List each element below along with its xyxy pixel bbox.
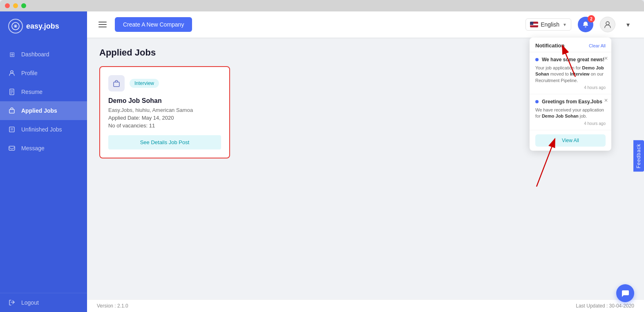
sidebar-item-label-profile: Profile	[21, 70, 38, 76]
message-icon	[8, 145, 16, 152]
footer-last-updated: Last Updated : 30-04-2020	[576, 303, 634, 309]
sidebar-item-dashboard[interactable]: ⊞ Dashboard	[0, 45, 87, 64]
notification-panel: Notification Clear All ✕ We have some gr…	[530, 38, 611, 151]
sidebar-item-label-message: Message	[21, 145, 45, 152]
sidebar: easy.jobs ⊞ Dashboard Profile	[0, 11, 87, 312]
logo-icon	[8, 19, 23, 33]
job-title: Demo Job Sohan	[108, 97, 221, 105]
notification-dot-1	[535, 58, 539, 61]
feedback-button[interactable]: Feedback	[633, 140, 644, 172]
profile-icon	[8, 69, 16, 77]
notification-time-1: 4 hours ago	[535, 85, 606, 90]
notification-title-1: We have some great news!	[542, 56, 604, 63]
sidebar-item-message[interactable]: Message	[0, 139, 87, 158]
logo: easy.jobs	[0, 11, 87, 41]
view-all-button[interactable]: View All	[535, 134, 606, 147]
notification-title-2: Greetings from Easy.Jobs	[542, 98, 602, 105]
header-arrow: ▾	[622, 18, 634, 31]
resume-icon	[8, 88, 16, 96]
notification-close-2[interactable]: ✕	[604, 98, 608, 103]
unfinished-jobs-icon	[8, 126, 16, 133]
sidebar-item-label-dashboard: Dashboard	[21, 51, 49, 58]
sidebar-nav: ⊞ Dashboard Profile	[0, 41, 87, 293]
hamburger-line	[98, 22, 107, 22]
notification-panel-title: Notification	[535, 42, 565, 49]
notification-item-header-2: Greetings from Easy.Jobs	[535, 98, 606, 105]
logout-icon	[8, 299, 16, 306]
logo-text: easy.jobs	[26, 22, 59, 31]
feedback-label: Feedback	[636, 144, 642, 169]
svg-rect-9	[9, 127, 14, 132]
job-applied-date: Applied Date: May 14, 2020	[108, 115, 221, 121]
applied-jobs-icon	[8, 107, 16, 114]
chat-fab-button[interactable]	[616, 284, 634, 302]
logout-item[interactable]: Logout	[0, 293, 87, 312]
app-container: easy.jobs ⊞ Dashboard Profile	[0, 11, 644, 312]
see-details-button[interactable]: See Details Job Post	[108, 135, 221, 149]
header-left: Create A New Company	[97, 17, 192, 32]
hamburger-line	[98, 27, 107, 27]
hamburger-button[interactable]	[97, 20, 108, 29]
clear-all-button[interactable]: Clear All	[589, 43, 606, 48]
flag-blue	[530, 22, 533, 25]
window-chrome	[0, 0, 644, 11]
hamburger-line	[98, 24, 107, 25]
user-menu-button[interactable]	[600, 17, 615, 32]
svg-rect-15	[114, 82, 119, 87]
notification-text-1: Your job application for Demo Job Sohan …	[535, 65, 606, 84]
sidebar-item-label-unfinished-jobs: Unfinished Jobs	[21, 126, 62, 133]
job-card: Interview Demo Job Sohan Easy.Jobs, hiuh…	[99, 66, 230, 158]
header-right: English ▼ 2 ▾	[525, 17, 634, 32]
notification-panel-header: Notification Clear All	[530, 38, 611, 52]
footer: Version : 2.1.0 Last Updated : 30-04-202…	[87, 299, 644, 312]
close-btn[interactable]	[5, 3, 10, 8]
chevron-down-icon: ▼	[563, 22, 567, 27]
notification-item-2: ✕ Greetings from Easy.Jobs We have recei…	[530, 94, 611, 130]
job-card-header: Interview	[108, 75, 221, 91]
sidebar-item-label-applied-jobs: Applied Jobs	[21, 107, 57, 114]
language-selector[interactable]: English ▼	[525, 18, 571, 31]
dashboard-icon: ⊞	[8, 51, 16, 58]
job-company-location: Easy.Jobs, hiuhiu, American Samoa	[108, 107, 221, 113]
footer-version: Version : 2.1.0	[97, 303, 128, 309]
svg-point-2	[15, 26, 16, 27]
notification-button[interactable]: 2	[578, 17, 593, 32]
maximize-btn[interactable]	[21, 3, 26, 8]
notification-dot-2	[535, 100, 539, 103]
svg-rect-12	[9, 146, 15, 150]
svg-point-3	[11, 71, 13, 73]
notification-time-2: 4 hours ago	[535, 121, 606, 126]
logout-label: Logout	[21, 299, 39, 306]
job-card-icon	[108, 75, 125, 91]
svg-rect-8	[9, 109, 14, 113]
notification-badge: 2	[588, 15, 595, 22]
job-vacancies: No of vacancies: 11	[108, 123, 221, 129]
create-company-button[interactable]: Create A New Company	[115, 17, 192, 32]
sidebar-item-resume[interactable]: Resume	[0, 82, 87, 101]
interview-badge: Interview	[130, 79, 159, 88]
language-label: English	[541, 21, 559, 28]
notification-item-1: ✕ We have some great news! Your job appl…	[530, 52, 611, 94]
sidebar-item-profile[interactable]: Profile	[0, 64, 87, 82]
notification-close-1[interactable]: ✕	[604, 56, 608, 61]
sidebar-item-applied-jobs[interactable]: Applied Jobs	[0, 101, 87, 120]
sidebar-item-label-resume: Resume	[21, 89, 42, 95]
notification-text-2: We have received your application for De…	[535, 107, 606, 120]
header: Create A New Company English ▼ 2	[87, 11, 644, 38]
main-area: Create A New Company English ▼ 2	[87, 11, 644, 312]
svg-point-14	[606, 22, 609, 25]
sidebar-item-unfinished-jobs[interactable]: Unfinished Jobs	[0, 120, 87, 139]
flag-icon	[530, 22, 538, 27]
minimize-btn[interactable]	[13, 3, 18, 8]
notification-item-header-1: We have some great news!	[535, 56, 606, 63]
